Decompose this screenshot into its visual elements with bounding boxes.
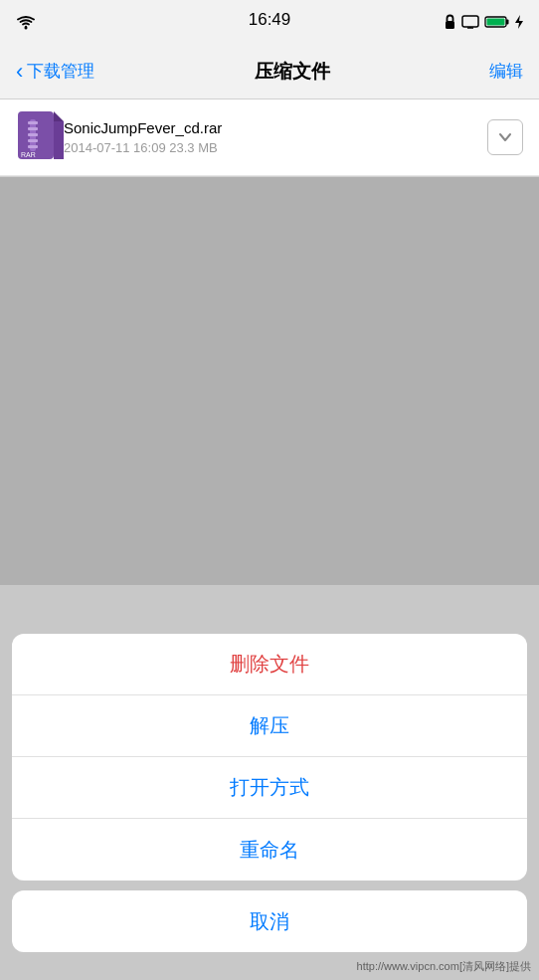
nav-title: 压缩文件 — [255, 59, 330, 85]
status-time: 16:49 — [249, 10, 291, 30]
svg-rect-14 — [28, 121, 38, 124]
svg-rect-6 — [506, 20, 509, 25]
svg-rect-11 — [54, 121, 64, 159]
file-item[interactable]: RAR SonicJumpFever_cd.rar 2014-07-11 16:… — [0, 99, 539, 176]
screen-icon — [461, 15, 479, 29]
svg-rect-7 — [487, 19, 505, 26]
status-left — [16, 15, 36, 30]
back-arrow-icon: ‹ — [16, 59, 23, 85]
status-bar: 16:49 — [0, 0, 539, 44]
svg-point-0 — [25, 26, 28, 29]
file-list: RAR SonicJumpFever_cd.rar 2014-07-11 16:… — [0, 99, 539, 177]
lock-icon — [444, 14, 456, 30]
rename-button[interactable]: 重命名 — [12, 819, 527, 881]
svg-rect-17 — [28, 139, 38, 142]
extract-button[interactable]: 解压 — [12, 695, 527, 757]
action-sheet-main: 删除文件 解压 打开方式 重命名 — [12, 634, 527, 881]
watermark: http://www.vipcn.com[清风网络]提供 — [357, 959, 531, 974]
battery-icon — [484, 15, 510, 29]
delete-file-button[interactable]: 删除文件 — [12, 634, 527, 695]
wifi-icon — [16, 15, 36, 30]
file-info: SonicJumpFever_cd.rar 2014-07-11 16:09 2… — [64, 119, 487, 155]
action-sheet-cancel: 取消 — [12, 890, 527, 952]
back-label: 下载管理 — [27, 60, 94, 83]
open-with-button[interactable]: 打开方式 — [12, 757, 527, 819]
file-name: SonicJumpFever_cd.rar — [64, 119, 487, 136]
svg-rect-15 — [28, 127, 38, 130]
gray-background — [0, 177, 539, 585]
file-meta: 2014-07-11 16:09 23.3 MB — [64, 140, 487, 155]
status-right — [444, 14, 523, 30]
svg-marker-8 — [515, 15, 523, 29]
back-button[interactable]: ‹ 下载管理 — [16, 59, 94, 85]
svg-rect-1 — [446, 21, 454, 29]
nav-bar: ‹ 下载管理 压缩文件 编辑 — [0, 44, 539, 99]
svg-text:RAR: RAR — [21, 151, 36, 158]
svg-rect-16 — [28, 133, 38, 136]
file-expand-button[interactable] — [487, 119, 523, 155]
cancel-button[interactable]: 取消 — [12, 890, 527, 952]
svg-rect-2 — [462, 16, 478, 27]
svg-rect-18 — [28, 145, 38, 148]
charging-icon — [515, 15, 523, 29]
edit-button[interactable]: 编辑 — [489, 60, 523, 83]
rar-file-icon: RAR — [16, 111, 64, 163]
chevron-down-icon — [498, 132, 512, 142]
action-sheet: 删除文件 解压 打开方式 重命名 取消 — [12, 634, 527, 952]
svg-marker-10 — [54, 111, 64, 121]
